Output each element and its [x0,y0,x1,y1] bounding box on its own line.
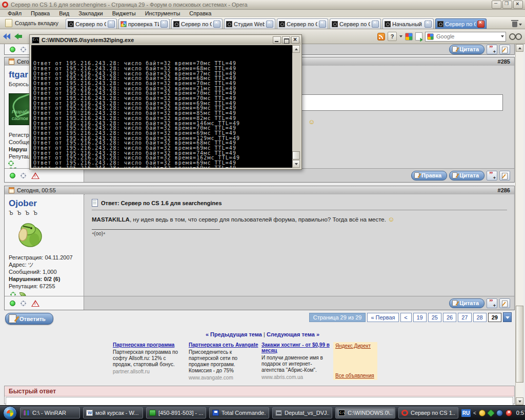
minimize-button[interactable] [273,36,281,44]
google-icon[interactable] [405,33,413,41]
menu-item[interactable]: Справка [185,10,216,16]
menu-item[interactable]: Вид [54,10,74,16]
quote-button[interactable]: Цитата [449,45,484,54]
tab-close-icon[interactable] [213,21,220,28]
maximize-button[interactable] [282,36,290,44]
scroll-thumb[interactable] [292,151,300,159]
quick-reply-button[interactable] [499,45,510,54]
menu-item[interactable]: Инструменты [140,10,185,16]
rss-icon[interactable] [377,33,385,41]
closed-tabs-trash-button[interactable] [512,22,522,27]
scroll-up-icon[interactable] [516,44,523,52]
icq-flower-icon[interactable] [22,174,25,177]
page-scrollbar[interactable] [515,44,523,405]
yandex-direct-link[interactable]: Яндекс.Директ [335,343,375,349]
scroll-up-icon[interactable] [292,45,300,53]
ad-title-link[interactable]: Партнерская сеть Avangate [189,342,258,348]
browser-tab[interactable]: Студия Web-Ma... [224,18,275,29]
console-titlebar[interactable]: C:\WINDOWS.0\system32\ping.exe [30,35,301,45]
browser-tab[interactable]: Сервер по CS 1.... [435,18,487,29]
multiquote-button[interactable] [487,171,497,181]
help-button[interactable]: ? [388,32,397,41]
multiquote-button[interactable] [487,298,497,308]
back-button[interactable] [14,33,23,39]
tab-close-icon[interactable] [266,21,273,28]
taskbar-task[interactable]: Сервер по CS 1.... [398,407,458,418]
tray-messenger-icon[interactable] [479,410,486,416]
browser-tab[interactable]: Сервер по CS 1.... [277,18,328,29]
scroll-thumb[interactable] [516,306,523,383]
quick-reply-input[interactable] [6,397,513,406]
pagination-page[interactable]: 28 [473,313,487,322]
ad-title-link[interactable]: Партнерская программа [113,342,186,348]
reply-button[interactable]: Ответить [5,313,53,325]
tab-close-icon[interactable] [372,21,379,28]
chevron-down-icon[interactable] [399,35,402,37]
pagination-page[interactable]: 25 [428,313,441,322]
tab-close-icon[interactable] [108,21,115,28]
ad-title-link[interactable]: Закажи хостинг - от $0,99 в месяц [261,342,331,353]
browser-tab[interactable]: Сервер по CS 1.... [330,18,381,29]
pagination-page[interactable]: 27 [458,313,471,322]
zoom-glasses-icon[interactable] [509,33,522,39]
report-warning-icon[interactable] [31,172,39,179]
menu-item[interactable]: Правка [26,10,54,16]
all-ads-link[interactable]: Все объявления [335,373,374,378]
pagination-page[interactable]: 26 [443,313,456,322]
tray-security-alert-icon[interactable] [506,410,512,416]
pagination-page[interactable]: 19 [413,313,427,322]
browser-tab[interactable]: Сервер по CS 1... [66,18,117,29]
report-warning-icon[interactable] [31,300,39,307]
taskbar-task[interactable]: Total Commande... [209,407,269,418]
taskbar-task[interactable]: Deputat_vs_DVJ... [272,407,332,418]
page-dropdown-button[interactable] [503,312,512,322]
prev-topic-link[interactable]: « Предыдущая тема [206,331,262,337]
taskbar-task[interactable]: C:\ - WinRAR [20,407,80,418]
pagination-page[interactable]: « Первая [367,313,398,322]
icq-flower-icon[interactable] [10,162,12,165]
close-button[interactable] [291,36,299,44]
pagination-page[interactable]: < [400,313,412,322]
browser-tab[interactable]: проверка ТИЦ -... [118,18,170,29]
page-action-icon[interactable] [415,32,422,41]
tray-antivirus-icon[interactable] [487,409,495,417]
taskbar-task[interactable]: мой курсак - W... [83,407,143,418]
taskbar-task[interactable]: C:\WINDOWS.0\... [335,407,395,418]
multiquote-button[interactable] [487,45,497,54]
menu-item[interactable]: Закладки [74,10,108,16]
scroll-down-icon[interactable] [292,160,300,168]
username-link[interactable]: Ojober [9,198,84,209]
search-input[interactable] [435,33,499,40]
chevron-down-icon[interactable] [501,35,504,37]
menu-item[interactable]: Файл [3,10,26,16]
browser-tab[interactable]: Сервер по CS 1.... [171,18,223,29]
start-button[interactable] [3,406,17,420]
close-button[interactable] [513,1,523,9]
language-indicator[interactable]: RU [461,409,471,417]
tab-close-icon[interactable] [319,21,326,28]
chevron-left-icon[interactable]: < [473,410,476,416]
tab-close-icon[interactable] [425,21,432,28]
minimize-button[interactable] [492,1,501,9]
quick-reply-button[interactable] [499,298,510,308]
new-tab-button[interactable]: Создать вкладку [3,18,63,28]
taskbar-task[interactable]: [450-891-503] - ... [146,407,206,418]
quote-button[interactable]: Цитата [449,171,484,181]
quick-reply-button[interactable] [499,171,510,181]
pagination-page[interactable]: 29 [488,313,501,322]
tab-close-icon[interactable] [160,21,168,28]
edit-button[interactable]: Правка [411,171,447,181]
tab-close-icon[interactable] [477,21,484,28]
menu-item[interactable]: Виджеты [108,10,140,16]
icq-flower-icon[interactable] [22,302,25,305]
restore-button[interactable] [502,1,512,9]
scroll-down-icon[interactable] [516,397,523,405]
next-topic-link[interactable]: Следующая тема » [267,331,319,337]
quote-button[interactable]: Цитата [449,298,484,308]
window-title: Сервер по CS 1.6 для searchengines - Стр… [11,2,492,8]
browser-tab[interactable]: Начальный атт... [382,18,434,29]
tray-network-icon[interactable] [496,410,503,416]
rewind-button[interactable] [3,33,10,39]
console-scrollbar[interactable] [292,45,300,168]
icq-flower-icon[interactable] [22,48,25,51]
